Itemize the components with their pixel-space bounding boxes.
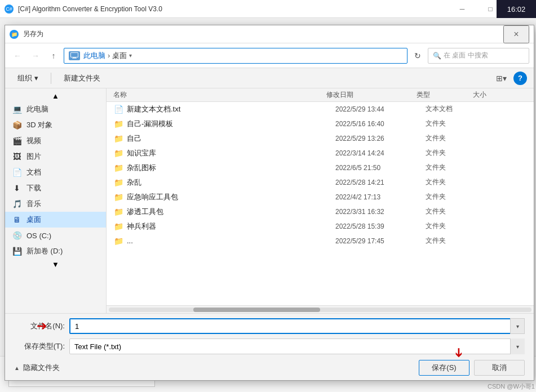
search-placeholder: 在 桌面 中搜索 [444,51,488,60]
search-box[interactable]: 🔍 在 桌面 中搜索 [428,48,529,64]
path-desktop[interactable]: 桌面 [112,51,127,61]
address-path[interactable]: 此电脑 › 桌面 ▾ [64,48,407,64]
bg-titlebar: C# [C#] Algorithm Converter & Encryption… [0,0,536,18]
horizontal-scrollbar[interactable] [107,305,534,313]
sidebar-item-new_vol[interactable]: 💾新加卷 (D:) [5,243,106,259]
file-name: 杂乱图标 [127,163,335,173]
save-button[interactable]: 保存(S) [419,360,469,376]
col-size-header[interactable]: 大小 [473,90,518,100]
scroll-thumb[interactable] [193,308,320,312]
filename-input-wrapper: ➔ ▾ [69,318,525,334]
new_vol-icon: 💾 [12,247,22,256]
file-date: 2022/5/16 16:40 [335,120,426,128]
action-buttons-row: ▲ 隐藏文件夹 ➔ 保存(S) 取消 [14,360,525,376]
toolbar-separator [51,73,51,84]
organize-button[interactable]: 组织 ▾ [12,70,44,86]
file-type: 文件夹 [426,163,482,172]
file-row[interactable]: 📁 ... 2022/5/29 17:45 文件夹 [107,234,534,248]
file-row[interactable]: 📁 应急响应工具包 2022/4/2 17:13 文件夹 [107,190,534,204]
video-icon: 🎬 [12,136,22,145]
file-name: 应急响应工具包 [127,192,335,202]
sidebar-item-music[interactable]: 🎵音乐 [5,196,106,212]
osc-icon: 💿 [12,231,22,240]
search-icon: 🔍 [433,52,441,60]
file-date: 2022/6/5 21:50 [335,164,426,172]
file-name: 新建文本文档.txt [127,104,335,114]
file-date: 2022/3/31 16:32 [335,208,426,216]
up-button[interactable]: ↑ [46,48,61,64]
file-row[interactable]: 📁 自己 2022/5/29 13:26 文件夹 [107,131,534,146]
bg-app-icon: C# [5,5,14,14]
sidebar-label-music: 音乐 [26,199,41,209]
file-icon: 📁 [113,222,123,231]
sidebar-item-pc[interactable]: 💻此电脑 [5,101,106,117]
file-icon: 📁 [113,237,123,246]
file-date: 2022/5/28 15:39 [335,222,426,230]
col-date-header[interactable]: 修改日期 [326,90,417,100]
file-row[interactable]: 📁 杂乱 2022/5/28 14:21 文件夹 [107,175,534,190]
filename-input[interactable] [69,318,525,334]
sidebar-label-pictures: 图片 [26,152,41,162]
sidebar-scroll-down[interactable]: ▼ [5,259,106,270]
sidebar-label-3d: 3D 对象 [26,120,52,130]
file-icon: 📄 [113,105,123,114]
music-icon: 🎵 [12,199,22,208]
address-bar-area: ← → ↑ 此电脑 › 桌面 ▾ ↻ 🔍 在 桌面 中搜索 [5,43,534,68]
file-icon: 📁 [113,134,123,143]
file-name: 渗透工具包 [127,207,335,217]
sidebar-item-desktop[interactable]: 🖥桌面 [5,212,106,228]
file-row[interactable]: 📄 新建文本文档.txt 2022/5/29 13:44 文本文档 [107,102,534,117]
file-icon: 📁 [113,163,123,172]
file-date: 2022/3/14 14:24 [335,149,426,157]
file-row[interactable]: 📁 自己-漏洞模板 2022/5/16 16:40 文件夹 [107,117,534,131]
file-icon: 📁 [113,207,123,216]
file-icon: 📁 [113,119,123,128]
scroll-track [109,308,531,312]
sidebar-item-video[interactable]: 🎬视频 [5,133,106,149]
clock-badge: 16:02 [497,0,536,18]
file-name: 神兵利器 [127,221,335,231]
sidebar-label-osc: OS (C:) [26,231,51,240]
file-rows: 📄 新建文本文档.txt 2022/5/29 13:44 文本文档 📁 自己-漏… [107,102,534,305]
svg-rect-1 [71,53,78,57]
path-pc[interactable]: 此电脑 [83,51,105,61]
file-row[interactable]: 📁 知识宝库 2022/3/14 14:24 文件夹 [107,146,534,161]
filename-label: 文件名(N): [14,321,65,331]
file-type: 文本文档 [426,104,482,114]
back-button[interactable]: ← [10,48,25,64]
sidebar-item-pictures[interactable]: 🖼图片 [5,149,106,164]
3d-icon: 📦 [12,121,22,130]
sidebar-item-docs[interactable]: 📄文档 [5,164,106,180]
refresh-button[interactable]: ↻ [410,48,426,64]
dialog-close-button[interactable]: × [503,25,529,43]
downloads-icon: ⬇ [12,184,22,193]
sidebar: ▲ 💻此电脑📦3D 对象🎬视频🖼图片📄文档⬇下载🎵音乐🖥桌面💿OS (C:)💾新… [5,88,107,313]
col-name-header[interactable]: 名称 [113,90,326,100]
file-row[interactable]: 📁 神兵利器 2022/5/28 15:39 文件夹 [107,219,534,234]
help-button[interactable]: ? [513,72,527,85]
watermark: CSDN @W小哥1 [488,382,535,391]
col-type-header[interactable]: 类型 [417,90,473,100]
new-folder-button[interactable]: 新建文件夹 [58,70,106,86]
filetype-select[interactable]: Text File (*.txt) [69,338,525,354]
save-as-dialog: 📁 另存为 × ← → ↑ 此电脑 › 桌面 ▾ ↻ 🔍 在 桌面 [5,25,534,381]
toolbar: 组织 ▾ 新建文件夹 ⊞▾ ? [5,68,534,88]
dialog-bottom: 文件名(N): ➔ ▾ 保存类型(T): Text File (*.txt) ▾… [5,313,534,380]
file-row[interactable]: 📁 杂乱图标 2022/6/5 21:50 文件夹 [107,161,534,175]
sidebar-scroll-up[interactable]: ▲ [5,91,106,101]
sidebar-item-3d[interactable]: 📦3D 对象 [5,117,106,133]
filename-dropdown-button[interactable]: ▾ [510,318,525,334]
filetype-label: 保存类型(T): [14,341,65,351]
cancel-button[interactable]: 取消 [474,360,525,376]
bg-minimize-btn[interactable]: ─ [449,0,475,18]
forward-button[interactable]: → [28,48,43,64]
file-row[interactable]: 📁 渗透工具包 2022/3/31 16:32 文件夹 [107,204,534,219]
sidebar-item-downloads[interactable]: ⬇下载 [5,180,106,196]
computer-icon [69,51,80,60]
file-type: 文件夹 [426,207,482,216]
view-button[interactable]: ⊞▾ [493,70,509,86]
file-type: 文件夹 [426,148,482,158]
sidebar-label-new_vol: 新加卷 (D:) [26,246,63,256]
dialog-titlebar: 📁 另存为 × [5,25,534,43]
sidebar-item-osc[interactable]: 💿OS (C:) [5,228,106,243]
